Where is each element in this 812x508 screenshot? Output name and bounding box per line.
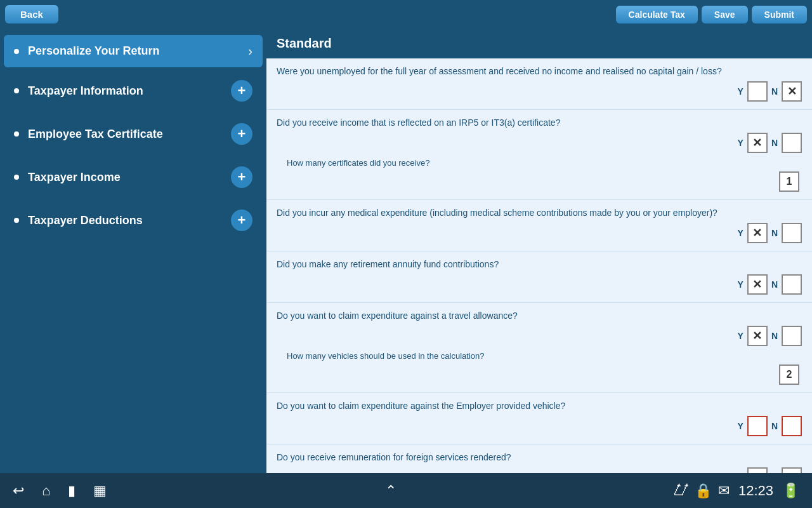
question-medical: Did you incur any medical expenditure (i… (266, 200, 812, 251)
n-label: N (771, 279, 778, 290)
yn-row: Y N (277, 274, 802, 295)
yn-row: Y N (277, 326, 802, 346)
y-checkbox[interactable] (747, 326, 768, 346)
recent-apps-icon[interactable]: ▮ (68, 483, 75, 499)
sidebar-item-label: Employee Tax Certificate (28, 128, 231, 141)
top-bar: Back Calculate Tax Save Submit (0, 0, 812, 29)
yn-row: Y N (277, 416, 802, 436)
n-checkbox[interactable] (782, 326, 802, 346)
sidebar-dot (14, 88, 19, 93)
section-header: Standard (266, 29, 812, 58)
top-right-buttons: Calculate Tax Save Submit (616, 6, 807, 23)
sub-question-text: How many vehicles should be used in the … (287, 351, 802, 361)
sub-question-block: How many certificates did you receive? 1 (277, 158, 802, 192)
y-checkbox[interactable] (747, 274, 768, 295)
question-text: Did you receive income that is reflected… (277, 117, 802, 128)
calculate-tax-button[interactable]: Calculate Tax (616, 6, 698, 23)
battery-icon: 🔋 (782, 483, 799, 499)
n-checkbox[interactable] (782, 467, 802, 473)
question-text: Did you make any retirement annuity fund… (277, 259, 802, 269)
question-unemployed: Were you unemployed for the full year of… (266, 58, 812, 110)
y-label: Y (738, 331, 743, 341)
plus-button[interactable]: + (231, 210, 252, 231)
plus-button[interactable]: + (231, 166, 252, 188)
sidebar: Personalize Your Return › Taxpayer Infor… (0, 29, 266, 473)
count-value[interactable]: 2 (779, 364, 799, 385)
count-box: 2 (277, 364, 802, 385)
y-checkbox[interactable] (747, 81, 768, 102)
question-text: Do you want to claim expenditure against… (277, 401, 802, 411)
y-checkbox[interactable] (747, 223, 768, 243)
save-button[interactable]: Save (702, 6, 748, 23)
sidebar-item-label: Taxpayer Deductions (28, 214, 231, 227)
bottom-center-icon: ⌃ (385, 483, 396, 499)
sidebar-item-employee-tax[interactable]: Employee Tax Certificate + (4, 114, 263, 154)
y-label: Y (738, 228, 743, 238)
status-icons: ⌰ 🔒 ✉ (674, 483, 730, 499)
question-retirement: Did you make any retirement annuity fund… (266, 251, 812, 303)
bottom-left-icons: ↩ ⌂ ▮ ▦ (13, 483, 107, 499)
plus-button[interactable]: + (231, 123, 252, 145)
sidebar-item-personalize[interactable]: Personalize Your Return › (4, 35, 263, 67)
question-text: Were you unemployed for the full year of… (277, 66, 802, 76)
question-text: Did you incur any medical expenditure (i… (277, 208, 802, 218)
sidebar-item-taxpayer-income[interactable]: Taxpayer Income + (4, 157, 263, 197)
question-foreign-services: Do you receive remuneration for foreign … (266, 444, 812, 473)
question-text: Do you receive remuneration for foreign … (277, 452, 802, 462)
yn-row: Y N (277, 467, 802, 473)
n-checkbox[interactable] (782, 81, 802, 102)
home-icon[interactable]: ⌂ (42, 483, 50, 499)
y-label: Y (738, 138, 743, 148)
usb-icon: ⌰ (674, 483, 688, 499)
yn-row: Y N (277, 81, 802, 102)
sidebar-item-label: Personalize Your Return (28, 44, 248, 58)
sidebar-dot (14, 49, 19, 54)
y-checkbox[interactable] (747, 467, 768, 473)
n-label: N (771, 86, 778, 97)
n-checkbox[interactable] (782, 274, 802, 295)
n-checkbox[interactable] (782, 133, 802, 153)
n-label: N (771, 331, 778, 341)
yn-row: Y N (277, 133, 802, 153)
n-checkbox[interactable] (782, 416, 802, 436)
content-area: Standard Were you unemployed for the ful… (266, 29, 812, 473)
sidebar-dot (14, 218, 19, 223)
main-layout: Personalize Your Return › Taxpayer Infor… (0, 29, 812, 473)
sidebar-item-taxpayer-deductions[interactable]: Taxpayer Deductions + (4, 201, 263, 240)
sidebar-item-taxpayer-info[interactable]: Taxpayer Information + (4, 71, 263, 110)
y-checkbox[interactable] (747, 133, 768, 153)
y-label: Y (738, 421, 743, 431)
sidebar-dot (14, 131, 19, 137)
question-travel: Do you want to claim expenditure against… (266, 303, 812, 393)
y-label: Y (738, 279, 743, 290)
n-label: N (771, 138, 778, 148)
plus-button[interactable]: + (231, 80, 252, 102)
screenshot-icon[interactable]: ▦ (93, 483, 107, 499)
sidebar-dot (14, 175, 19, 180)
question-employer-vehicle: Do you want to claim expenditure against… (266, 393, 812, 444)
submit-button[interactable]: Submit (752, 6, 807, 23)
mail-icon: ✉ (718, 483, 730, 499)
time-display: 12:23 (738, 483, 773, 499)
sidebar-item-label: Taxpayer Income (28, 171, 231, 184)
bottom-right-area: ⌰ 🔒 ✉ 12:23 🔋 (674, 483, 799, 499)
n-checkbox[interactable] (782, 223, 802, 243)
n-label: N (771, 228, 778, 238)
question-text: Do you want to claim expenditure against… (277, 311, 802, 321)
chevron-right-icon: › (248, 44, 252, 58)
count-value[interactable]: 1 (779, 171, 799, 192)
bottom-bar: ↩ ⌂ ▮ ▦ ⌃ ⌰ 🔒 ✉ 12:23 🔋 (0, 473, 812, 508)
y-label: Y (738, 86, 743, 97)
count-box: 1 (277, 171, 802, 192)
sub-question-block: How many vehicles should be used in the … (277, 351, 802, 385)
question-irp5: Did you receive income that is reflected… (266, 110, 812, 200)
lock-icon: 🔒 (695, 483, 712, 499)
sub-question-text: How many certificates did you receive? (287, 158, 802, 168)
y-checkbox[interactable] (747, 416, 768, 436)
yn-row: Y N (277, 223, 802, 243)
back-arrow-icon[interactable]: ↩ (13, 483, 24, 499)
back-button[interactable]: Back (5, 5, 58, 23)
n-label: N (771, 421, 778, 431)
sidebar-item-label: Taxpayer Information (28, 84, 231, 98)
